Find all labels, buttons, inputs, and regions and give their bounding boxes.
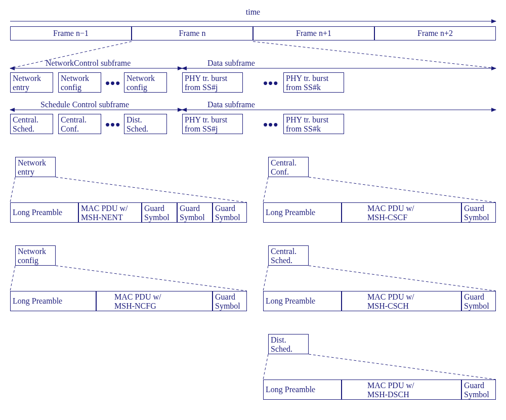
svg-line-14 — [309, 266, 496, 291]
ellipsis: ••• — [263, 117, 278, 133]
detail-header-network-config: Network config — [15, 245, 56, 266]
frame-box: Frame n+2 — [374, 26, 496, 40]
svg-line-15 — [263, 354, 268, 380]
subframe-label: NetworkControl subframe — [46, 59, 131, 68]
phy-burst-box: PHY tr. burst from SS#k — [283, 72, 344, 93]
svg-line-12 — [309, 177, 496, 202]
phy-burst-box: PHY tr. burst from SS#k — [283, 114, 344, 134]
svg-line-8 — [56, 177, 247, 202]
detail-cell: Guard Symbol — [213, 202, 247, 223]
detail-header-network-entry: Network entry — [15, 157, 56, 177]
svg-line-13 — [263, 266, 268, 291]
frame-box: Frame n — [132, 26, 253, 40]
detail-header-central-conf: Central. Conf. — [268, 157, 309, 177]
detail-cell: Long Preamble — [263, 202, 342, 223]
detail-cell: Long Preamble — [10, 291, 96, 311]
phy-burst-box: PHY tr. burst from SS#j — [182, 72, 243, 93]
svg-line-16 — [309, 354, 496, 380]
detail-cell: MAC PDU w/ MSH-CSCH — [342, 291, 461, 311]
central-conf-box: Central. Conf. — [58, 114, 101, 134]
subframe-label: Data subframe — [207, 59, 255, 68]
ellipsis: ••• — [105, 76, 120, 91]
detail-cell: Guard Symbol — [461, 291, 496, 311]
svg-line-11 — [263, 177, 268, 202]
svg-line-9 — [10, 266, 15, 291]
time-label: time — [5, 8, 501, 17]
dist-sched-box: Dist. Sched. — [124, 114, 167, 134]
frame-box: Frame n−1 — [10, 26, 132, 40]
network-entry-box: Network entry — [10, 72, 53, 93]
detail-cell: Long Preamble — [10, 202, 78, 223]
detail-cell: Guard Symbol — [461, 380, 496, 400]
network-config-box: Network config — [58, 72, 101, 93]
detail-cell: MAC PDU w/ MSH-DSCH — [342, 380, 461, 400]
detail-cell: Guard Symbol — [177, 202, 213, 223]
frame-box: Frame n+1 — [253, 26, 374, 40]
detail-cell: MAC PDU w/ MSH-NCFG — [96, 291, 213, 311]
detail-cell: MAC PDU w/ MSH-CSCF — [342, 202, 461, 223]
svg-line-2 — [253, 41, 496, 68]
detail-cell: Long Preamble — [263, 291, 342, 311]
subframe-label: Data subframe — [207, 100, 255, 109]
detail-cell: Guard Symbol — [461, 202, 496, 223]
detail-header-dist-sched: Dist. Sched. — [268, 334, 309, 354]
central-sched-box: Central. Sched. — [10, 114, 53, 134]
svg-line-7 — [10, 177, 15, 202]
detail-header-central-sched: Central. Sched. — [268, 245, 309, 266]
svg-line-10 — [56, 266, 247, 291]
detail-cell: Long Preamble — [263, 380, 342, 400]
phy-burst-box: PHY tr. burst from SS#j — [182, 114, 243, 134]
diagram-canvas: time Frame n−1 Frame n Frame n+1 Frame n… — [5, 5, 501, 415]
subframe-label: Schedule Control subframe — [40, 100, 129, 109]
detail-cell: MAC PDU w/ MSH-NENT — [78, 202, 142, 223]
ellipsis: ••• — [105, 117, 120, 133]
detail-cell: Guard Symbol — [142, 202, 177, 223]
network-config-box: Network config — [124, 72, 167, 93]
ellipsis: ••• — [263, 76, 278, 91]
detail-cell: Guard Symbol — [213, 291, 247, 311]
